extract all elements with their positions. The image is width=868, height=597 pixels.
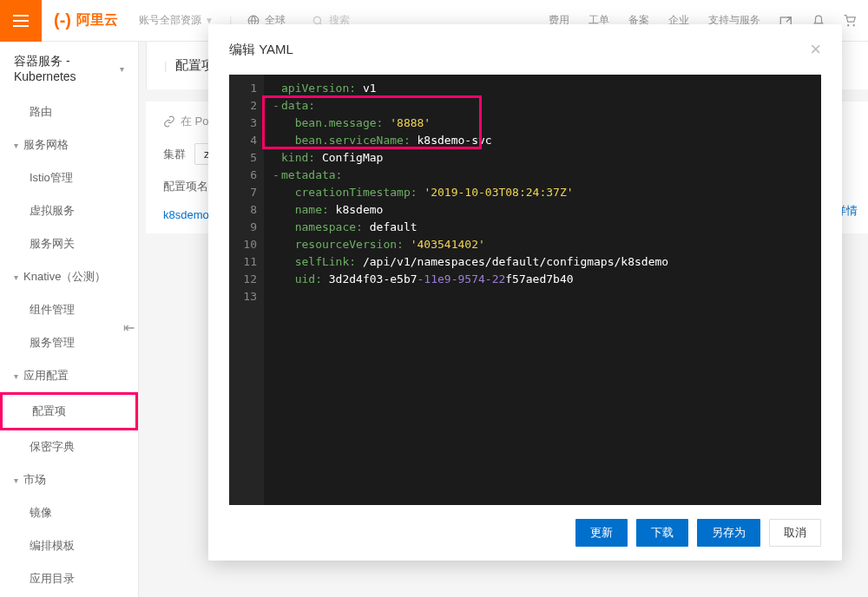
fold-spacer: [273, 149, 281, 167]
save-as-button[interactable]: 另存为: [697, 519, 760, 547]
link-icon: [163, 115, 175, 128]
editor-gutter: 12345678910111213: [229, 75, 264, 505]
sidebar-item[interactable]: Istio管理: [0, 161, 138, 194]
fold-spacer: [273, 288, 281, 305]
gutter-line: 1: [234, 80, 257, 97]
account-dropdown-label: 账号全部资源: [139, 13, 201, 28]
configmap-link[interactable]: k8sdemo: [163, 208, 209, 221]
account-resource-dropdown[interactable]: 账号全部资源 ▼: [139, 13, 214, 28]
chevron-down-icon: ▾: [120, 64, 124, 74]
sidebar-group-label: 应用配置: [23, 368, 69, 384]
sidebar-item[interactable]: 编排模板: [0, 529, 138, 562]
code-line[interactable]: selfLink: /api/v1/namespaces/default/con…: [273, 253, 812, 271]
yaml-editor[interactable]: 12345678910111213 apiVersion: v1-data: b…: [229, 75, 821, 505]
close-icon[interactable]: ×: [810, 40, 821, 59]
modal-title: 编辑 YAML: [229, 42, 293, 58]
sidebar-item[interactable]: 保密字典: [0, 430, 138, 463]
sidebar-item[interactable]: 服务网关: [0, 227, 138, 260]
gutter-line: 8: [234, 201, 257, 219]
code-line[interactable]: -metadata:: [273, 167, 812, 184]
sidebar-item[interactable]: 路由: [0, 95, 138, 128]
code-line[interactable]: apiVersion: v1: [273, 80, 812, 97]
sidebar-item[interactable]: 服务管理: [0, 326, 138, 359]
gutter-line: 11: [234, 253, 257, 271]
update-button[interactable]: 更新: [575, 519, 628, 547]
breadcrumb-divider: |: [164, 59, 167, 72]
fold-icon[interactable]: -: [273, 97, 281, 115]
sidebar-item[interactable]: 配置项: [0, 392, 138, 430]
gutter-line: 13: [234, 288, 257, 305]
code-line[interactable]: uid: 3d2d4f03-e5b7-11e9-9574-22f57aed7b4…: [273, 271, 812, 288]
gutter-line: 7: [234, 184, 257, 201]
chevron-down-icon: ▾: [14, 141, 18, 150]
sidebar-group[interactable]: ▾应用配置: [0, 359, 138, 392]
cluster-label: 集群: [163, 147, 186, 162]
chevron-down-icon: ▾: [14, 476, 18, 485]
gutter-line: 12: [234, 271, 257, 288]
svg-point-5: [853, 24, 854, 25]
sidebar-title-text: 容器服务 - Kubernetes: [14, 54, 116, 83]
logo-bracket-icon: (-): [54, 10, 71, 30]
sidebar-item[interactable]: 应用目录: [0, 562, 138, 595]
cart-icon[interactable]: [844, 15, 856, 27]
sidebar-group-label: 服务网格: [23, 137, 69, 153]
sidebar-group-label: Knative（公测）: [23, 269, 106, 285]
code-line[interactable]: bean.message: '8888': [273, 115, 812, 132]
gutter-line: 5: [234, 149, 257, 167]
editor-code[interactable]: apiVersion: v1-data: bean.message: '8888…: [264, 75, 821, 505]
fold-spacer: [273, 80, 281, 97]
modal-footer: 更新 下载 另存为 取消: [208, 505, 842, 561]
fold-spacer: [273, 271, 281, 288]
logo[interactable]: (-) 阿里云: [54, 10, 118, 30]
sidebar-item[interactable]: 镜像: [0, 496, 138, 529]
sidebar: 容器服务 - Kubernetes ▾ 路由▾服务网格Istio管理虚拟服务服务…: [0, 42, 139, 597]
fold-spacer: [273, 219, 281, 236]
gutter-line: 2: [234, 97, 257, 115]
chevron-down-icon: ▾: [14, 371, 18, 381]
code-line[interactable]: resourceVersion: '403541402': [273, 236, 812, 253]
edit-yaml-modal: 编辑 YAML × 12345678910111213 apiVersion: …: [208, 24, 842, 561]
gutter-line: 10: [234, 236, 257, 253]
code-line[interactable]: bean.serviceName: k8sdemo-svc: [273, 132, 812, 149]
sidebar-title[interactable]: 容器服务 - Kubernetes ▾: [0, 42, 138, 95]
hamburger-menu[interactable]: [0, 0, 42, 42]
fold-spacer: [273, 115, 281, 132]
gutter-line: 4: [234, 132, 257, 149]
gutter-line: 9: [234, 219, 257, 236]
gutter-line: 6: [234, 167, 257, 184]
sidebar-item[interactable]: 组件管理: [0, 293, 138, 326]
modal-header: 编辑 YAML ×: [208, 24, 842, 75]
fold-spacer: [273, 201, 281, 219]
gutter-line: 3: [234, 115, 257, 132]
cancel-button[interactable]: 取消: [769, 519, 821, 547]
code-line[interactable]: name: k8sdemo: [273, 201, 812, 219]
code-line[interactable]: namespace: default: [273, 219, 812, 236]
sidebar-item[interactable]: 虚拟服务: [0, 194, 138, 227]
sidebar-group[interactable]: ▾服务网格: [0, 128, 138, 161]
fold-spacer: [273, 253, 281, 271]
sidebar-group[interactable]: ▾市场: [0, 463, 138, 496]
modal-body: 12345678910111213 apiVersion: v1-data: b…: [208, 75, 842, 505]
chevron-down-icon: ▾: [14, 272, 18, 282]
code-line[interactable]: -data:: [273, 97, 812, 115]
svg-point-1: [314, 16, 321, 23]
collapse-sidebar-icon[interactable]: ⇤: [123, 319, 135, 336]
fold-spacer: [273, 184, 281, 201]
fold-icon[interactable]: -: [273, 167, 281, 184]
logo-text: 阿里云: [76, 11, 118, 30]
fold-spacer: [273, 132, 281, 149]
sidebar-group-label: 市场: [23, 472, 46, 488]
sidebar-group[interactable]: ▾Knative（公测）: [0, 260, 138, 293]
fold-spacer: [273, 236, 281, 253]
download-button[interactable]: 下载: [636, 519, 688, 547]
code-line[interactable]: creationTimestamp: '2019-10-03T08:24:37Z…: [273, 184, 812, 201]
code-line[interactable]: [273, 288, 812, 305]
svg-point-4: [848, 24, 849, 25]
code-line[interactable]: kind: ConfigMap: [273, 149, 812, 167]
